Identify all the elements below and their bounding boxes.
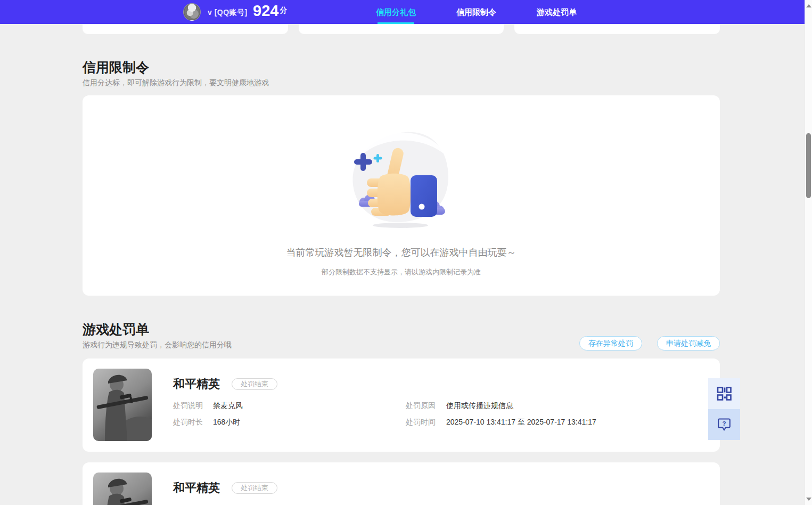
account-name: v [QQ账号]: [208, 8, 248, 18]
tab-game-penalty[interactable]: 游戏处罚单: [537, 0, 577, 24]
penalty-reason-label: 处罚原因: [406, 401, 436, 411]
restriction-disclaimer: 部分限制数据不支持显示，请以游戏内限制记录为准: [83, 267, 720, 277]
qr-code-button[interactable]: [708, 378, 740, 409]
credit-score: 924分: [253, 2, 287, 20]
game-thumbnail: [93, 473, 152, 505]
scroll-down-arrow-icon[interactable]: [805, 495, 812, 503]
previous-section-card-remnants: [83, 24, 720, 34]
qr-code-icon: [716, 386, 732, 401]
avatar[interactable]: [183, 3, 201, 21]
penalty-action-buttons: 存在异常处罚 申请处罚减免: [83, 336, 720, 351]
penalty-duration-value: 168小时: [213, 418, 240, 427]
nav-tabs: 信用分礼包 信用限制令 游戏处罚单: [376, 0, 577, 24]
penalty-time-value: 2025-07-10 13:41:17 至 2025-07-17 13:41:1…: [446, 418, 596, 427]
top-card: [83, 24, 288, 34]
penalty-desc-label: 处罚说明: [173, 401, 203, 411]
credit-score-value: 924: [253, 2, 278, 19]
thumbs-up-illustration: [346, 127, 457, 231]
top-card: [299, 24, 504, 34]
penalty-time-label: 处罚时间: [406, 418, 436, 427]
penalty-relief-button[interactable]: 申请处罚减免: [657, 336, 720, 351]
tab-credit-gift[interactable]: 信用分礼包: [376, 0, 416, 24]
scrollbar-thumb[interactable]: [806, 133, 811, 198]
help-button[interactable]: ?: [708, 409, 740, 440]
restriction-empty-card: 当前常玩游戏暂无限制令，您可以在游戏中自由玩耍～ 部分限制数据不支持显示，请以游…: [83, 95, 720, 296]
penalty-card: 和平精英 处罚结束: [83, 462, 720, 505]
penalty-reason-value: 使用或传播违规信息: [446, 401, 513, 411]
penalty-desc-value: 禁麦克风: [213, 401, 243, 411]
restriction-section-subtitle: 信用分达标，即可解除游戏行为限制，要文明健康地游戏: [83, 78, 269, 88]
penalty-status-badge: 处罚结束: [232, 482, 277, 494]
top-card: [514, 24, 720, 34]
scroll-up-arrow-icon[interactable]: [805, 2, 812, 10]
no-restriction-message: 当前常玩游戏暂无限制令，您可以在游戏中自由玩耍～: [83, 246, 720, 259]
penalty-duration-label: 处罚时长: [173, 418, 203, 427]
top-nav-bar: v [QQ账号] 924分 信用分礼包 信用限制令 游戏处罚单: [0, 0, 805, 24]
svg-text:?: ?: [722, 420, 726, 427]
game-name: 和平精英: [173, 376, 220, 392]
game-thumbnail: [93, 369, 152, 441]
tab-credit-restriction[interactable]: 信用限制令: [456, 0, 496, 24]
restriction-section-title: 信用限制令: [83, 59, 149, 76]
credit-score-unit: 分: [280, 6, 287, 14]
help-question-icon: ?: [717, 417, 732, 432]
penalty-card: 和平精英 处罚结束 处罚说明 禁麦克风 处罚原因 使用或传播违规信息 处罚时长 …: [83, 359, 720, 452]
abnormal-penalty-button[interactable]: 存在异常处罚: [579, 336, 642, 351]
scrollbar[interactable]: [805, 0, 812, 505]
floating-toolbar: ?: [708, 378, 740, 440]
penalty-status-badge: 处罚结束: [232, 378, 277, 390]
game-name: 和平精英: [173, 480, 220, 496]
